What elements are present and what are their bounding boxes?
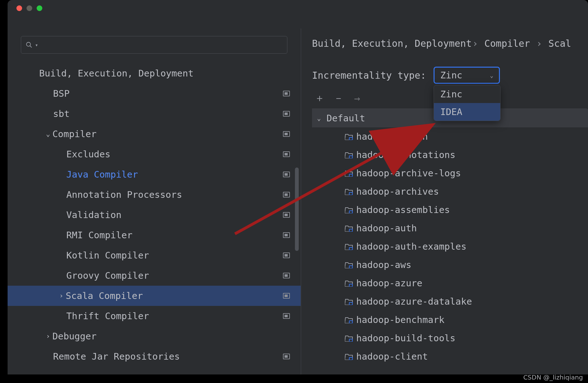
close-window-button[interactable] <box>16 5 22 11</box>
project-scope-icon <box>283 172 290 177</box>
svg-rect-6 <box>349 211 352 213</box>
svg-rect-14 <box>349 357 352 360</box>
module-folder-icon <box>345 188 353 195</box>
module-hadoop-azure[interactable]: hadoop-azure <box>312 274 588 292</box>
module-hadoop-aliyun[interactable]: hadoop-aliyun <box>312 127 588 146</box>
breadcrumb-part[interactable]: Scal <box>549 38 571 49</box>
svg-rect-3 <box>349 156 352 158</box>
module-label: hadoop-azure-datalake <box>356 296 472 307</box>
svg-rect-8 <box>349 247 352 250</box>
chevron-down-icon: ⌄ <box>317 114 321 122</box>
module-folder-icon <box>345 243 353 250</box>
tree-item-debugger[interactable]: ›Debugger <box>8 326 301 346</box>
incrementality-type-dropdown[interactable]: Zinc ⌄ ZincIDEA <box>434 67 500 84</box>
tree-item-label: Scala Compiler <box>66 291 143 301</box>
module-label: hadoop-build-tools <box>356 333 455 343</box>
module-label: hadoop-aliyun <box>356 131 428 142</box>
module-hadoop-assemblies[interactable]: hadoop-assemblies <box>312 201 588 219</box>
tree-item-label: Thrift Compiler <box>66 312 149 321</box>
tree-item-label: BSP <box>53 89 69 98</box>
module-hadoop-aws[interactable]: hadoop-aws <box>312 256 588 274</box>
zoom-window-button[interactable] <box>37 5 42 11</box>
add-profile-button[interactable]: ＋ <box>315 91 324 105</box>
module-label: hadoop-assemblies <box>356 204 450 215</box>
project-scope-icon <box>283 293 290 299</box>
svg-rect-4 <box>349 174 352 177</box>
tree-item-scala-compiler[interactable]: ›Scala Compiler <box>8 286 301 306</box>
project-scope-icon <box>283 91 290 96</box>
svg-rect-12 <box>349 321 352 323</box>
svg-rect-10 <box>349 284 352 287</box>
tree-item-validation[interactable]: Validation <box>8 205 301 225</box>
project-scope-icon <box>283 111 290 117</box>
tree-item-annotation-processors[interactable]: Annotation Processors <box>8 185 301 205</box>
svg-line-1 <box>30 46 32 48</box>
breadcrumb-part[interactable]: Build, Execution, Deployment <box>312 38 472 49</box>
project-scope-icon <box>283 273 290 278</box>
breadcrumb-part[interactable]: Compiler <box>484 38 530 49</box>
tree-item-label: Validation <box>66 210 122 220</box>
tree-item-groovy-compiler[interactable]: Groovy Compiler <box>8 265 301 286</box>
tree-item-thrift-compiler[interactable]: Thrift Compiler <box>8 306 301 326</box>
module-hadoop-auth[interactable]: hadoop-auth <box>312 219 588 237</box>
tree-item-label: Annotation Processors <box>66 190 182 199</box>
search-options-chevron-icon[interactable]: ▾ <box>35 42 38 48</box>
minimize-window-button[interactable] <box>27 5 32 11</box>
tree-item-label: Debugger <box>52 332 97 341</box>
module-label: hadoop-benchmark <box>356 314 444 325</box>
settings-sidebar: ▾ Build, Execution, Deployment BSPsbt⌄Co… <box>8 28 301 374</box>
project-scope-icon <box>283 354 290 359</box>
tree-item-label: Excludes <box>66 150 111 159</box>
tree-item-label: Java Compiler <box>66 170 138 179</box>
incrementality-type-button[interactable]: Zinc ⌄ <box>434 67 500 84</box>
tree-item-label: Compiler <box>52 130 97 139</box>
incrementality-option-zinc[interactable]: Zinc <box>434 85 500 103</box>
move-to-button[interactable]: → <box>352 92 362 104</box>
chevron-right-icon: › <box>44 333 52 340</box>
module-folder-icon <box>345 206 353 213</box>
window-titlebar <box>8 0 588 16</box>
tree-item-remote-jar-repositories[interactable]: Remote Jar Repositories <box>8 346 301 367</box>
project-scope-icon <box>283 232 290 238</box>
settings-tree[interactable]: Build, Execution, Deployment BSPsbt⌄Comp… <box>8 63 301 374</box>
module-label: hadoop-aws <box>356 259 411 270</box>
profiles-tree[interactable]: ⌄ Default hadoop-aliyunhadoop-annotation… <box>312 109 588 366</box>
module-hadoop-build-tools[interactable]: hadoop-build-tools <box>312 329 588 347</box>
module-hadoop-annotations[interactable]: hadoop-annotations <box>312 146 588 164</box>
module-label: hadoop-archive-logs <box>356 168 461 179</box>
breadcrumb: Build, Execution, Deployment› Compiler ›… <box>312 38 588 49</box>
tree-item-java-compiler[interactable]: Java Compiler <box>8 164 301 185</box>
module-hadoop-auth-examples[interactable]: hadoop-auth-examples <box>312 237 588 256</box>
settings-search-input[interactable]: ▾ <box>21 36 287 54</box>
tree-item-compiler[interactable]: ⌄Compiler <box>8 124 301 144</box>
tree-item-excludes[interactable]: Excludes <box>8 144 301 164</box>
incrementality-option-idea[interactable]: IDEA <box>434 103 500 121</box>
tree-item-sbt[interactable]: sbt <box>8 104 301 124</box>
tree-item-label: sbt <box>53 109 69 119</box>
project-scope-icon <box>283 313 290 319</box>
module-folder-icon <box>345 133 353 140</box>
module-hadoop-archives[interactable]: hadoop-archives <box>312 182 588 201</box>
tree-item-rmi-compiler[interactable]: RMI Compiler <box>8 225 301 245</box>
svg-rect-9 <box>349 266 352 268</box>
module-hadoop-archive-logs[interactable]: hadoop-archive-logs <box>312 164 588 182</box>
incrementality-type-label: Incrementality type: <box>312 70 426 81</box>
module-folder-icon <box>345 151 353 158</box>
settings-window: ▾ Build, Execution, Deployment BSPsbt⌄Co… <box>8 0 588 374</box>
settings-detail-pane: Build, Execution, Deployment› Compiler ›… <box>301 28 588 374</box>
module-folder-icon <box>345 280 353 287</box>
project-scope-icon <box>283 131 290 137</box>
remove-profile-button[interactable]: － <box>333 91 343 105</box>
tree-item-kotlin-compiler[interactable]: Kotlin Compiler <box>8 245 301 265</box>
project-scope-icon <box>283 252 290 258</box>
tree-section-build-execution-deployment[interactable]: Build, Execution, Deployment <box>8 63 301 83</box>
module-hadoop-benchmark[interactable]: hadoop-benchmark <box>312 311 588 329</box>
svg-point-0 <box>27 42 31 46</box>
svg-rect-2 <box>349 137 352 140</box>
project-scope-icon <box>283 192 290 198</box>
module-hadoop-client[interactable]: hadoop-client <box>312 347 588 366</box>
tree-item-label: Remote Jar Repositories <box>53 352 180 361</box>
tree-item-bsp[interactable]: BSP <box>8 83 301 104</box>
module-hadoop-azure-datalake[interactable]: hadoop-azure-datalake <box>312 292 588 311</box>
sidebar-scrollbar[interactable] <box>295 167 299 251</box>
